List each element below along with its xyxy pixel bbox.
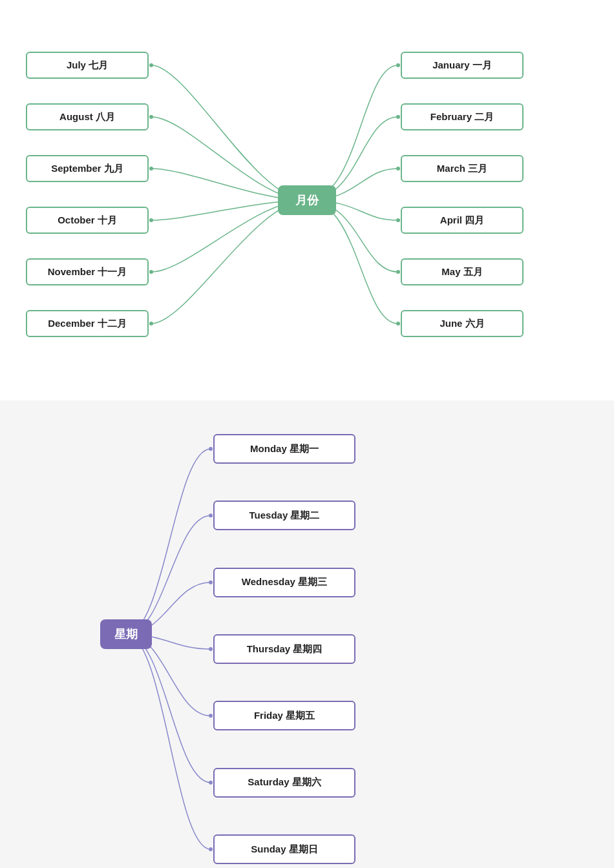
weekday-item: Monday 星期一: [213, 434, 355, 464]
svg-point-6: [396, 63, 400, 67]
month-left-item: August 八月: [26, 103, 149, 130]
svg-point-7: [396, 115, 400, 119]
month-left-item: December 十二月: [26, 310, 149, 337]
month-right-item: March 三月: [401, 155, 524, 182]
svg-point-18: [209, 847, 213, 851]
svg-point-3: [149, 218, 153, 222]
months-center-node: 月份: [278, 185, 336, 215]
svg-point-10: [396, 270, 400, 274]
svg-point-9: [396, 218, 400, 222]
svg-point-4: [149, 270, 153, 274]
svg-point-2: [149, 167, 153, 170]
weeks-center-label: 星期: [114, 626, 138, 642]
svg-point-8: [396, 167, 400, 170]
svg-point-14: [209, 581, 213, 584]
months-center-label: 月份: [295, 192, 319, 208]
month-right-item: May 五月: [401, 258, 524, 285]
months-diagram: 月份 July 七月August 八月September 九月October 十…: [0, 0, 614, 400]
month-left-item: July 七月: [26, 52, 149, 79]
weekday-item: Tuesday 星期二: [213, 501, 355, 530]
weekdays-diagram: 星期 Monday 星期一Tuesday 星期二Wednesday 星期三Thu…: [0, 400, 614, 868]
svg-point-15: [209, 647, 213, 651]
weekday-item: Saturday 星期六: [213, 768, 355, 798]
svg-point-13: [209, 513, 213, 517]
weekday-item: Thursday 星期四: [213, 634, 355, 664]
month-left-item: November 十一月: [26, 258, 149, 285]
month-right-item: April 四月: [401, 207, 524, 234]
month-right-item: January 一月: [401, 52, 524, 79]
svg-point-1: [149, 115, 153, 119]
svg-point-17: [209, 781, 213, 785]
month-left-item: October 十月: [26, 207, 149, 234]
svg-point-12: [209, 447, 213, 451]
weeks-center-node: 星期: [100, 619, 152, 649]
month-right-item: February 二月: [401, 103, 524, 130]
svg-point-0: [149, 63, 153, 67]
weekday-item: Sunday 星期日: [213, 834, 355, 864]
weekday-item: Friday 星期五: [213, 701, 355, 730]
weekday-item: Wednesday 星期三: [213, 568, 355, 597]
month-right-item: June 六月: [401, 310, 524, 337]
month-left-item: September 九月: [26, 155, 149, 182]
svg-point-16: [209, 714, 213, 718]
svg-point-11: [396, 322, 400, 326]
svg-point-5: [149, 322, 153, 326]
